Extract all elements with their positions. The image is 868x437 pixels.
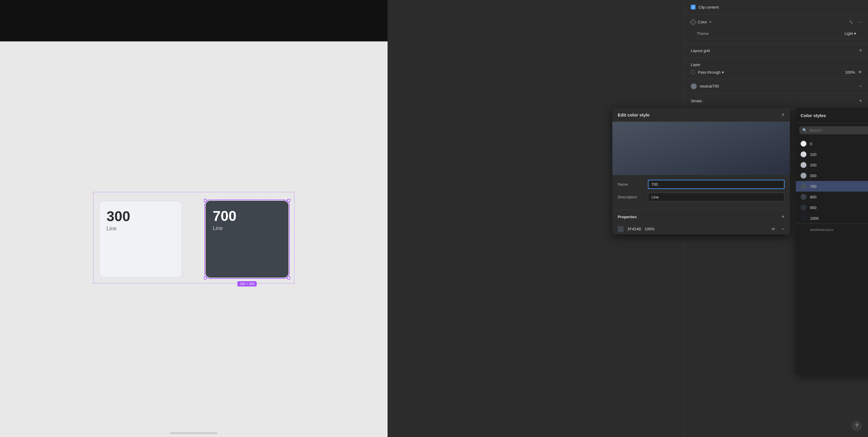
layer-circle-icon — [691, 70, 695, 74]
handle-tr[interactable] — [287, 199, 290, 202]
color-name-100: 100 — [810, 152, 816, 157]
size-badge: 250 × 250 — [237, 281, 256, 287]
name-label: Name — [618, 182, 644, 187]
layer-mode-caret: ▾ — [722, 70, 724, 74]
layer-opacity: 100% — [845, 70, 855, 74]
color-list-item-100[interactable]: 100 — [796, 149, 868, 160]
check-icon: ✓ — [692, 6, 695, 9]
color-list-item-900[interactable]: 900 — [796, 202, 868, 213]
color-list-item-300[interactable]: 300 — [796, 170, 868, 181]
color-label[interactable]: Color — [698, 20, 707, 24]
search-input[interactable] — [809, 128, 868, 132]
color-swatch-200 — [801, 162, 806, 168]
handle-bl[interactable] — [204, 276, 207, 279]
layer-header: Layer — [691, 62, 862, 67]
color-swatch-800 — [801, 194, 806, 200]
card-700[interactable]: 700 Line — [206, 201, 288, 278]
layer-mode[interactable]: Pass through ▾ — [698, 70, 842, 74]
properties-header: Properties + — [612, 210, 790, 224]
color-list-item-0[interactable]: 0 — [796, 138, 868, 149]
stroke-section: Stroke + — [685, 94, 868, 108]
add-stroke-button[interactable]: + — [859, 98, 862, 104]
description-label: Description — [618, 195, 644, 199]
help-button[interactable]: ? — [851, 421, 862, 431]
color-list-item-200[interactable]: 200 — [796, 160, 868, 170]
stroke-label: Stroke — [691, 99, 702, 103]
card-300-label: Line — [106, 226, 175, 232]
layer-eye-icon[interactable]: 👁 — [858, 70, 862, 74]
search-icon: 🔍 — [802, 128, 807, 132]
fill-swatch[interactable] — [691, 83, 697, 89]
color-section: Color ▾ ⤡ ··· Theme Light ▾ — [685, 14, 868, 43]
edit-modal: Edit color style × Name Description Prop… — [612, 108, 790, 234]
name-input[interactable] — [648, 180, 784, 189]
clip-content-checkbox[interactable]: ✓ — [691, 5, 695, 9]
card-700-wrapper: 700 Line 250 × 250 — [206, 201, 288, 278]
right-panel: Edit color style × Name Description Prop… — [388, 0, 868, 437]
color-actions: ⤡ ··· — [848, 19, 862, 26]
prop-minus-icon[interactable]: − — [781, 226, 784, 232]
color-name-1000: 1000 — [810, 216, 818, 221]
canvas-content: 300 Line 700 Line 250 × 250 — [0, 41, 388, 437]
card-300-number: 300 — [106, 208, 175, 225]
prop-eye-icon[interactable]: 👁 — [771, 227, 775, 232]
theme-label: Theme — [697, 31, 709, 36]
color-list-item-800[interactable]: 800 — [796, 192, 868, 202]
color-preview-gradient[interactable] — [612, 122, 790, 175]
color-styles-header: Color styles 📖 ⊞ + — [796, 108, 868, 123]
resize-icon[interactable]: ⤡ — [848, 19, 854, 26]
cards-container: 300 Line 700 Line 250 × 250 — [99, 201, 288, 278]
prop-color-swatch[interactable] — [618, 226, 624, 232]
add-layout-grid-button[interactable]: + — [859, 47, 862, 54]
color-list-item-darkmode-azure[interactable]: darkMode/azure400 — [796, 224, 868, 236]
color-name-800: 800 — [810, 195, 816, 199]
diamond-icon — [690, 19, 697, 26]
color-swatch-1000 — [801, 215, 806, 221]
layout-grid-label: Layout grid — [691, 48, 710, 53]
theme-value-text: Light — [845, 31, 853, 36]
description-row: Description — [618, 193, 784, 202]
color-section-left: Color ▾ — [691, 20, 711, 25]
color-list-item-700[interactable]: 700 — [796, 181, 868, 192]
ellipsis-icon[interactable]: ··· — [857, 19, 862, 26]
color-swatch-0 — [801, 141, 806, 147]
modal-header: Edit color style × — [612, 108, 790, 122]
search-box: 🔍 — [799, 126, 868, 134]
color-name-300: 300 — [810, 174, 816, 178]
color-list-item-1000[interactable]: 1000 — [796, 213, 868, 224]
color-name-0: 0 — [810, 142, 812, 146]
property-row: 3F454D 100% 👁 − — [612, 224, 790, 234]
color-list: 01002003007008009001000darkMode/azure400 — [796, 137, 868, 374]
color-styles-panel: Color styles 📖 ⊞ + 🔍 0100200300700800900… — [796, 108, 868, 374]
handle-tl[interactable] — [204, 199, 207, 202]
color-swatch-700 — [801, 183, 806, 189]
name-row: Name — [618, 180, 784, 189]
color-name-700: 700 — [810, 184, 816, 189]
clip-content-row: ✓ Clip content — [685, 0, 868, 14]
prop-opacity: 100% — [645, 227, 654, 231]
description-input[interactable] — [648, 193, 784, 202]
color-styles-title: Color styles — [801, 113, 826, 118]
canvas-scrollbar[interactable] — [170, 432, 217, 434]
theme-value-button[interactable]: Light ▾ — [845, 31, 856, 36]
color-swatch-300 — [801, 173, 806, 178]
color-section-header: Color ▾ ⤡ ··· — [691, 19, 862, 26]
card-700-number: 700 — [213, 208, 281, 224]
card-700-label: Line — [213, 225, 281, 232]
fill-name: neutral/700 — [700, 84, 856, 89]
prop-hex: 3F454D — [627, 227, 641, 231]
layer-mode-text: Pass through — [698, 70, 721, 74]
layer-row: Pass through ▾ 100% 👁 — [691, 70, 862, 74]
canvas-area: 300 Line 700 Line 250 × 250 — [0, 0, 388, 437]
color-swatch-100 — [801, 152, 806, 157]
remove-fill-button[interactable]: − — [859, 83, 862, 89]
card-300[interactable]: 300 Line — [99, 201, 182, 278]
layout-grid-row: Layout grid + — [685, 43, 868, 58]
color-name-200: 200 — [810, 163, 816, 167]
layer-section: Layer Pass through ▾ 100% 👁 — [685, 58, 868, 79]
modal-close-button[interactable]: × — [781, 112, 784, 117]
color-swatch-900 — [801, 205, 806, 210]
handle-br[interactable] — [287, 276, 290, 279]
add-property-button[interactable]: + — [781, 214, 784, 220]
modal-body: Name Description — [612, 175, 790, 210]
